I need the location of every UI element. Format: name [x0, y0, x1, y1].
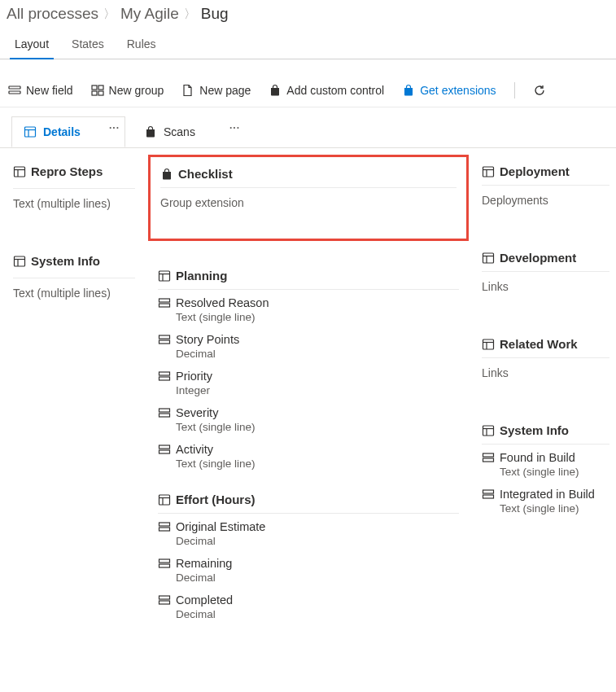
- group-deployment-title: Deployment: [500, 164, 570, 178]
- field-integrated-in-build[interactable]: Integrated in Build Text (single line): [482, 481, 609, 518]
- new-field-button[interactable]: New field: [8, 84, 73, 97]
- page-tabs: Details ··· Scans ···: [11, 116, 616, 147]
- new-page-button[interactable]: New page: [181, 84, 251, 97]
- group-system-info-left[interactable]: System Info: [13, 249, 135, 274]
- field-original-estimate[interactable]: Original Estimate Decimal: [158, 514, 459, 550]
- group-system-info-left-title: System Info: [31, 254, 100, 268]
- layout-icon: [158, 493, 171, 506]
- field-story-points[interactable]: Story Points Decimal: [158, 326, 459, 363]
- get-extensions-label: Get extensions: [420, 84, 496, 97]
- field-priority[interactable]: Priority Integer: [158, 363, 459, 400]
- group-deployment-sub: Deployments: [482, 186, 609, 213]
- group-related-work-sub: Links: [482, 358, 609, 386]
- field-remaining[interactable]: Remaining Decimal: [158, 550, 459, 587]
- field-icon: [158, 406, 171, 419]
- field-icon: [158, 520, 171, 533]
- field-severity[interactable]: Severity Text (single line): [158, 400, 459, 436]
- field-story-points-type: Decimal: [158, 348, 459, 360]
- refresh-icon: [533, 84, 546, 97]
- group-development-sub: Links: [482, 272, 609, 300]
- field-found-in-build[interactable]: Found in Build Text (single line): [482, 445, 609, 481]
- layout-icon: [158, 269, 171, 282]
- breadcrumb-all-processes[interactable]: All processes: [7, 5, 98, 23]
- field-found-in-build-label: Found in Build: [500, 451, 575, 464]
- field-resolved-reason-label: Resolved Reason: [176, 296, 269, 309]
- chevron-right-icon: 〉: [103, 7, 116, 22]
- page-icon: [181, 84, 194, 97]
- pagetab-scans[interactable]: Scans ···: [132, 116, 246, 147]
- new-field-label: New field: [26, 84, 73, 97]
- layout-icon: [13, 165, 26, 178]
- layout-icon: [24, 125, 37, 138]
- bag-icon: [160, 168, 173, 181]
- group-effort[interactable]: Effort (Hours): [158, 488, 459, 514]
- layout-icon: [482, 338, 495, 351]
- group-system-info-left-type: Text (multiple lines): [13, 278, 135, 306]
- toolbar: New field New group New page Add custom …: [0, 74, 616, 107]
- group-related-work[interactable]: Related Work: [482, 332, 609, 358]
- tab-layout[interactable]: Layout: [3, 29, 60, 59]
- breadcrumb-current: Bug: [201, 5, 229, 23]
- group-development-title: Development: [500, 251, 576, 265]
- field-integrated-in-build-label: Integrated in Build: [500, 488, 595, 501]
- layout-icon: [482, 252, 495, 265]
- field-resolved-reason-type: Text (single line): [158, 311, 459, 323]
- more-icon[interactable]: ···: [109, 122, 120, 134]
- field-icon: [158, 443, 171, 456]
- group-deployment[interactable]: Deployment: [482, 160, 609, 186]
- field-priority-type: Integer: [158, 384, 459, 396]
- tab-states[interactable]: States: [60, 29, 116, 59]
- refresh-button[interactable]: [533, 84, 546, 97]
- field-icon: [482, 451, 495, 464]
- left-column: Repro Steps Text (multiple lines) System…: [13, 160, 135, 624]
- field-story-points-label: Story Points: [176, 333, 239, 346]
- group-repro-steps[interactable]: Repro Steps: [13, 160, 135, 185]
- group-repro-steps-type: Text (multiple lines): [13, 189, 135, 217]
- group-related-work-title: Related Work: [500, 337, 578, 351]
- field-activity-label: Activity: [176, 443, 213, 456]
- top-tabs: Layout States Rules: [0, 29, 616, 59]
- group-system-info-right-title: System Info: [500, 423, 569, 437]
- field-remaining-label: Remaining: [176, 557, 232, 570]
- group-checklist[interactable]: Checklist: [160, 162, 457, 188]
- field-activity-type: Text (single line): [158, 458, 459, 470]
- pagetab-scans-label: Scans: [164, 125, 195, 138]
- field-integrated-in-build-type: Text (single line): [482, 502, 609, 515]
- group-checklist-sub: Group extension: [160, 188, 457, 216]
- field-activity[interactable]: Activity Text (single line): [158, 436, 459, 473]
- breadcrumb-my-agile[interactable]: My Agile: [120, 5, 179, 23]
- field-remaining-type: Decimal: [158, 572, 459, 584]
- group-icon: [91, 84, 104, 97]
- checklist-highlight: Checklist Group extension: [148, 155, 469, 241]
- layout-icon: [482, 424, 495, 437]
- layout-icon: [482, 165, 495, 178]
- bag-icon: [402, 84, 415, 97]
- field-resolved-reason[interactable]: Resolved Reason Text (single line): [158, 290, 459, 326]
- new-group-button[interactable]: New group: [91, 84, 164, 97]
- field-icon: [158, 333, 171, 346]
- group-system-info-right[interactable]: System Info: [482, 418, 609, 445]
- group-planning[interactable]: Planning: [158, 264, 459, 290]
- bag-icon: [144, 125, 157, 138]
- layout-columns: Repro Steps Text (multiple lines) System…: [0, 148, 616, 640]
- breadcrumb: All processes 〉 My Agile 〉 Bug: [0, 0, 616, 29]
- group-development[interactable]: Development: [482, 246, 609, 272]
- field-icon: [158, 370, 171, 383]
- field-severity-type: Text (single line): [158, 421, 459, 433]
- more-icon[interactable]: ···: [229, 122, 240, 134]
- field-icon: [158, 593, 171, 607]
- group-effort-title: Effort (Hours): [176, 493, 256, 506]
- pagetab-details[interactable]: Details ···: [11, 116, 125, 147]
- add-custom-control-button[interactable]: Add custom control: [269, 84, 384, 97]
- group-repro-steps-title: Repro Steps: [31, 164, 103, 178]
- chevron-right-icon: 〉: [184, 7, 196, 22]
- new-page-label: New page: [199, 84, 251, 97]
- field-completed[interactable]: Completed Decimal: [158, 587, 459, 624]
- toolbar-separator: [514, 82, 515, 99]
- field-icon: [8, 84, 21, 97]
- layout-icon: [13, 255, 26, 268]
- tab-rules[interactable]: Rules: [116, 29, 168, 59]
- field-priority-label: Priority: [176, 370, 212, 383]
- get-extensions-link[interactable]: Get extensions: [402, 84, 496, 97]
- field-original-estimate-type: Decimal: [158, 535, 459, 547]
